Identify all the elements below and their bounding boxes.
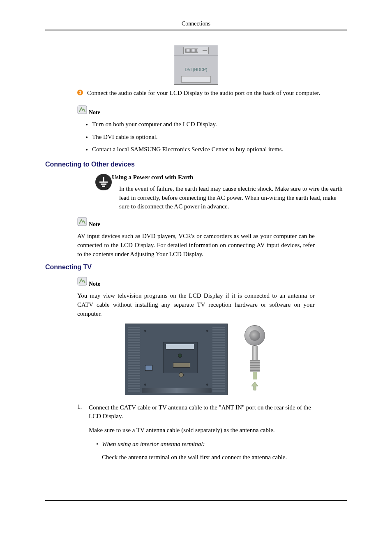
- heading-other-devices: Connecting to Other devices: [45, 161, 347, 168]
- screw-icon: [206, 330, 208, 332]
- step-1-sub: Make sure to use a TV antenna cable (sol…: [89, 426, 315, 435]
- tv-steps-list: 1. Connect the CATV cable or TV antenna …: [77, 403, 315, 462]
- dvi-port-figure: DVI (HDCP): [174, 45, 218, 85]
- note-bullet-item: Turn on both your computer and the LCD D…: [92, 120, 347, 129]
- note-icon: [77, 105, 87, 116]
- note-label: Note: [89, 281, 100, 287]
- step-number: 3: [79, 90, 81, 95]
- tv-intro-paragraph: You may view television programs on the …: [77, 291, 315, 318]
- port-slot-icon: [173, 363, 190, 368]
- tv-step-1: 1. Connect the CATV cable or TV antenna …: [77, 403, 315, 462]
- up-arrow-icon: [251, 381, 259, 393]
- antenna-head-inner-icon: [249, 330, 260, 341]
- earth-icon: [95, 173, 113, 193]
- footer-rule: [45, 500, 347, 501]
- page-header: Connections: [45, 21, 347, 30]
- dvi-slot-icon: [203, 50, 207, 51]
- tv-rear-panel-figure: [125, 324, 228, 395]
- port-slot-icon: [145, 365, 152, 371]
- screw-icon: [144, 330, 146, 332]
- note-label: Note: [89, 221, 100, 228]
- screw-icon: [206, 384, 208, 386]
- earth-title: Using a Power cord with Earth: [112, 173, 347, 182]
- port-slot-icon: [166, 344, 194, 349]
- step-3-bullet: 3: [77, 90, 83, 95]
- antenna-tip-icon: [253, 372, 257, 379]
- step-1-bullet: • When using an interior antenna termina…: [96, 440, 315, 449]
- av-paragraph: AV input devices such as DVD players, VC…: [77, 232, 315, 259]
- earth-row: Using a Power cord with Earth In the eve…: [95, 173, 347, 211]
- step-number-label: 1.: [77, 403, 89, 410]
- note-bullet-item: The DVI cable is optional.: [92, 133, 347, 142]
- heading-connecting-tv: Connecting TV: [45, 264, 347, 271]
- tv-stand-icon: [142, 388, 212, 393]
- note-block-1: Note: [77, 105, 347, 116]
- antenna-shaft-icon: [252, 346, 258, 360]
- note-bullet-item: Contact a local SAMSUNG Electronics Serv…: [92, 145, 347, 154]
- bullet-dot-icon: [107, 188, 108, 190]
- earth-body: In the event of failure, the earth lead …: [119, 185, 347, 211]
- screw-icon: [144, 384, 146, 386]
- port-connector-row: [174, 45, 218, 56]
- earth-text-block: Using a Power cord with Earth In the eve…: [113, 173, 347, 211]
- step-body: Connect the CATV cable or TV antenna cab…: [89, 403, 315, 462]
- antenna-head-icon: [244, 325, 265, 346]
- antenna-cable-figure: [242, 324, 267, 395]
- port-blank-slot-icon: [181, 76, 211, 83]
- step-3-row: 3 Connect the audio cable for your LCD D…: [77, 89, 347, 98]
- step-1-text: Connect the CATV cable or TV antenna cab…: [89, 404, 311, 420]
- port-box: DVI (HDCP): [174, 45, 218, 85]
- note-icon: [77, 217, 87, 228]
- antenna-connector-icon: [250, 360, 260, 372]
- note-label: Note: [89, 109, 100, 116]
- note-bullets-1: Turn on both your computer and the LCD D…: [85, 120, 347, 154]
- header-title: Connections: [182, 21, 210, 27]
- step-1-bullet-label: When using an interior antenna terminal:: [102, 440, 205, 449]
- tv-figure-row: [45, 324, 347, 395]
- port-spacer: [174, 56, 218, 65]
- port-blank-row: [174, 74, 218, 84]
- port-slot-icon: [178, 354, 182, 358]
- port-label: DVI (HDCP): [174, 65, 218, 74]
- step-1-bullet-body: Check the antenna terminal on the wall f…: [102, 453, 315, 462]
- earth-body-wrap: In the event of failure, the earth lead …: [113, 185, 347, 211]
- dvi-pins-icon: [185, 49, 198, 53]
- step-3-text: Connect the audio cable for your LCD Dis…: [87, 89, 320, 98]
- dvi-connector-icon: [183, 47, 209, 54]
- step-number-icon: 3: [77, 90, 83, 95]
- note-icon: [77, 277, 87, 287]
- bullet-dot-icon: •: [96, 440, 102, 449]
- ant-in-port-icon: [179, 372, 184, 377]
- note-block-2: Note: [77, 217, 347, 228]
- note-block-3: Note: [77, 277, 347, 287]
